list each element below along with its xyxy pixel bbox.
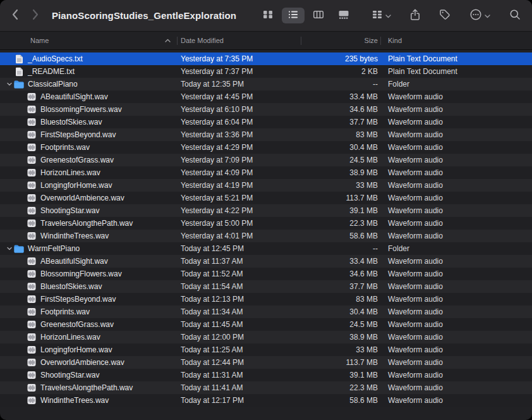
size-cell: 39.1 MB [305, 371, 383, 380]
name-cell: BlossomingFlowers.wav [0, 269, 181, 279]
kind-cell: Waveform audio [383, 383, 532, 392]
audio-file-icon [27, 370, 37, 380]
kind-cell: Waveform audio [383, 92, 532, 101]
audio-file-icon [27, 357, 37, 368]
file-row[interactable]: BlossomingFlowers.wavToday at 11:52 AM34… [0, 268, 532, 280]
share-button[interactable] [408, 6, 423, 25]
file-row[interactable]: ABeautifulSight.wavYesterday at 4:45 PM3… [0, 90, 532, 103]
forward-button[interactable] [30, 6, 42, 25]
size-cell: 39.1 MB [305, 206, 383, 215]
audio-file-icon [27, 256, 37, 266]
name-cell: BluestofSkies.wav [0, 281, 181, 292]
folder-row[interactable]: ClassicalPianoToday at 12:35 PM--Folder [0, 78, 532, 90]
date-modified-cell: Yesterday at 4:19 PM [181, 181, 305, 190]
toolbar-controls [257, 6, 523, 25]
file-name: ClassicalPiano [28, 80, 78, 89]
audio-file-icon [27, 395, 37, 405]
file-row[interactable]: LongingforHome.wavToday at 11:25 AM33 MB… [0, 343, 532, 356]
name-cell: BlossomingFlowers.wav [0, 104, 181, 114]
date-modified-cell: Yesterday at 6:10 PM [181, 105, 305, 114]
date-modified-cell: Yesterday at 4:09 PM [181, 168, 305, 177]
column-resize-handle[interactable] [380, 37, 381, 45]
file-row[interactable]: GreenestofGrass.wavToday at 11:45 AM24.5… [0, 318, 532, 331]
folder-icon [14, 79, 24, 89]
file-row[interactable]: HorizonLines.wavToday at 12:00 PM38.9 MB… [0, 331, 532, 343]
group-button[interactable] [369, 7, 394, 24]
file-name: Footprints.wav [40, 307, 90, 316]
column-header-date-modified[interactable]: Date Modified [181, 37, 305, 44]
file-row[interactable]: ShootingStar.wavToday at 11:31 AM39.1 MB… [0, 369, 532, 381]
chevron-right-icon [32, 9, 39, 22]
tag-icon [439, 9, 450, 22]
file-row[interactable]: TravelersAlongthePath.wavToday at 11:41 … [0, 381, 532, 394]
audio-file-icon [27, 294, 37, 304]
file-row[interactable]: WindintheTrees.wavToday at 12:17 PM58.6 … [0, 394, 532, 407]
file-row[interactable]: TravelersAlongthePath.wavYesterday at 5:… [0, 217, 532, 230]
size-cell: 37.7 MB [305, 118, 383, 127]
date-modified-cell: Today at 12:44 PM [181, 358, 305, 367]
search-button[interactable] [507, 6, 523, 25]
disclosure-triangle-icon[interactable] [5, 81, 14, 87]
date-modified-cell: Yesterday at 4:45 PM [181, 92, 305, 101]
file-row[interactable]: BluestofSkies.wavYesterday at 6:04 PM37.… [0, 116, 532, 128]
file-row[interactable]: WindintheTrees.wavYesterday at 4:01 PM58… [0, 230, 532, 242]
size-cell: 22.3 MB [305, 383, 383, 392]
audio-file-icon [27, 180, 37, 190]
list-view-button[interactable] [282, 8, 305, 23]
icon-view-button[interactable] [257, 8, 279, 23]
file-row[interactable]: ABeautifulSight.wavToday at 11:37 AM33.4… [0, 255, 532, 268]
window-title: PianoScoringStudies_GentleExploration [52, 10, 236, 21]
date-modified-cell: Yesterday at 3:36 PM [181, 130, 305, 139]
tag-button[interactable] [437, 6, 453, 25]
kind-cell: Waveform audio [383, 181, 532, 190]
gallery-icon [338, 9, 349, 22]
column-header-kind[interactable]: Kind [383, 37, 532, 44]
name-cell: WindintheTrees.wav [0, 395, 181, 405]
file-row[interactable]: _AudioSpecs.txtYesterday at 7:35 PM235 b… [0, 52, 532, 65]
file-row[interactable]: HorizonLines.wavYesterday at 4:09 PM38.9… [0, 166, 532, 179]
folder-row[interactable]: WarmFeltPianoToday at 12:45 PM--Folder [0, 242, 532, 255]
name-cell: GreenestofGrass.wav [0, 319, 181, 330]
size-cell: 33.4 MB [305, 257, 383, 266]
gallery-view-button[interactable] [332, 8, 355, 23]
disclosure-triangle-icon[interactable] [5, 245, 14, 252]
file-row[interactable]: OverworldAmbience.wavToday at 12:44 PM11… [0, 356, 532, 369]
file-row[interactable]: Footprints.wavToday at 11:34 AM30.4 MBWa… [0, 306, 532, 318]
file-row[interactable]: ShootingStar.wavYesterday at 4:22 PM39.1… [0, 204, 532, 217]
column-resize-handle[interactable] [177, 37, 178, 45]
kind-cell: Waveform audio [383, 333, 532, 342]
file-name: WindintheTrees.wav [40, 396, 109, 405]
column-resize-handle[interactable] [301, 37, 301, 45]
file-name: GreenestofGrass.wav [40, 320, 114, 329]
search-icon [509, 9, 521, 22]
audio-file-icon [27, 281, 37, 292]
name-cell: Footprints.wav [0, 307, 181, 317]
file-row[interactable]: _README.txtYesterday at 7:37 PM2 KBPlain… [0, 65, 532, 78]
kind-cell: Folder [383, 244, 532, 253]
column-view-button[interactable] [307, 8, 330, 23]
name-cell: BluestofSkies.wav [0, 117, 181, 127]
file-name: LongingforHome.wav [40, 181, 112, 190]
name-cell: ShootingStar.wav [0, 206, 181, 216]
column-header-size[interactable]: Size [305, 37, 383, 44]
date-modified-cell: Today at 11:52 AM [181, 269, 305, 278]
kind-cell: Waveform audio [383, 371, 532, 380]
file-row[interactable]: LongingforHome.wavYesterday at 4:19 PM33… [0, 179, 532, 192]
kind-cell: Waveform audio [383, 232, 532, 240]
name-cell: Footprints.wav [0, 142, 181, 152]
back-button[interactable] [9, 6, 21, 25]
file-row[interactable]: OverworldAmbience.wavYesterday at 5:21 P… [0, 192, 532, 204]
kind-cell: Waveform audio [383, 295, 532, 304]
column-header-name[interactable]: Name [0, 37, 181, 44]
file-name: ABeautifulSight.wav [40, 257, 108, 266]
file-name: GreenestofGrass.wav [40, 156, 114, 164]
file-row[interactable]: FirstStepsBeyond.wavToday at 12:13 PM83 … [0, 293, 532, 306]
more-button[interactable] [467, 6, 493, 25]
file-row[interactable]: BluestofSkies.wavToday at 11:54 AM37.7 M… [0, 280, 532, 293]
size-cell: -- [305, 80, 383, 89]
file-row[interactable]: GreenestofGrass.wavYesterday at 7:09 PM2… [0, 154, 532, 166]
file-row[interactable]: BlossomingFlowers.wavYesterday at 6:10 P… [0, 103, 532, 116]
chevron-left-icon [11, 9, 18, 22]
file-row[interactable]: FirstStepsBeyond.wavYesterday at 3:36 PM… [0, 128, 532, 141]
file-row[interactable]: Footprints.wavYesterday at 4:29 PM30.4 M… [0, 141, 532, 154]
